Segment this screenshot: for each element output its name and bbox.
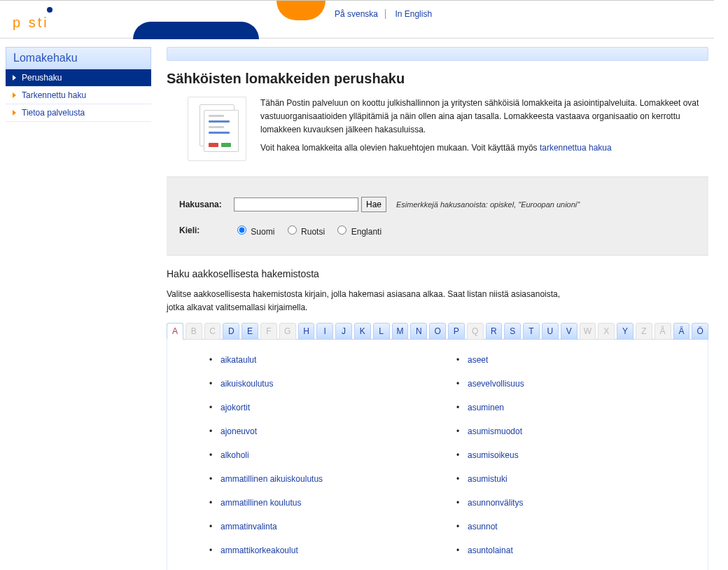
alpha-tab-Ö[interactable]: Ö <box>692 323 708 340</box>
alpha-tab-N[interactable]: N <box>410 323 427 340</box>
list-item: aikataulut <box>209 355 435 365</box>
alpha-tab-J[interactable]: J <box>335 323 352 340</box>
search-button[interactable]: Hae <box>361 197 386 212</box>
alpha-tab-T[interactable]: T <box>523 323 540 340</box>
list-item: ammatinvalinta <box>209 522 435 531</box>
chevron-right-icon <box>13 75 16 81</box>
list-item: aikuiskoulutus <box>209 379 435 389</box>
result-link[interactable]: alkoholi <box>220 450 249 460</box>
list-item: ammatillinen koulutus <box>209 498 435 508</box>
alpha-tab-Ä[interactable]: Ä <box>673 323 690 340</box>
result-link[interactable]: asumisoikeus <box>468 450 519 460</box>
result-link[interactable]: ammatillinen aikuiskoulutus <box>220 474 323 484</box>
alpha-tab-O[interactable]: O <box>429 323 446 340</box>
radio-suomi[interactable] <box>237 225 246 235</box>
language-bar: På svenska In English <box>328 9 439 19</box>
alpha-tab-L[interactable]: L <box>373 323 390 340</box>
kieli-label: Kieli: <box>179 225 234 235</box>
intro-block: Tähän Postin palveluun on koottu julkish… <box>167 97 708 176</box>
radio-englanti[interactable] <box>337 225 346 235</box>
search-input[interactable] <box>234 197 358 211</box>
decor-blue <box>133 22 259 39</box>
lang-sv-link[interactable]: På svenska <box>328 9 386 19</box>
logo[interactable]: p sti <box>13 15 49 31</box>
radio-ruotsi[interactable] <box>288 225 297 235</box>
list-item: ammattikorkeakoulut <box>209 545 435 555</box>
result-link[interactable]: ammattikorkeakoulut <box>220 545 298 555</box>
list-item: ajokortit <box>209 403 435 412</box>
alpha-tab-C: C <box>204 323 221 340</box>
alpha-tab-P[interactable]: P <box>448 323 465 340</box>
result-link[interactable]: ajoneuvot <box>220 426 257 436</box>
alpha-tab-A[interactable]: A <box>167 323 183 340</box>
document-icon <box>188 97 246 161</box>
alpha-tab-H[interactable]: H <box>298 323 315 340</box>
alpha-tab-Q: Q <box>467 323 484 340</box>
alpha-tab-Å: Å <box>654 323 671 340</box>
alpha-tab-U[interactable]: U <box>542 323 559 340</box>
alpha-tab-D[interactable]: D <box>223 323 239 340</box>
chevron-right-icon <box>13 92 16 98</box>
result-link[interactable]: ammatillinen koulutus <box>220 498 301 508</box>
search-panel: Hakusana: Hae Esimerkkejä hakusanoista: … <box>167 176 708 256</box>
sidebar-item-perushaku[interactable]: Perushaku <box>6 69 151 87</box>
list-item: asumistuki <box>456 474 682 484</box>
result-link[interactable]: asunnonvälitys <box>468 498 523 508</box>
intro-p2a: Voit hakea lomakkeita alla olevien hakue… <box>260 143 540 153</box>
result-link[interactable]: asumismuodot <box>468 426 522 436</box>
hakusana-label: Hakusana: <box>179 200 234 209</box>
list-item: asunnot <box>456 522 682 531</box>
logo-text: p sti <box>13 15 49 31</box>
list-item: ammatillinen aikuiskoulutus <box>209 474 435 484</box>
list-item: asumismuodot <box>456 426 682 436</box>
sidebar-item-tietoa[interactable]: Tietoa palvelusta <box>6 104 151 122</box>
alpha-tab-E[interactable]: E <box>241 323 258 340</box>
result-link[interactable]: asuntolainat <box>468 545 513 555</box>
tarkennettu-haku-link[interactable]: tarkennettua hakua <box>540 143 612 153</box>
result-link[interactable]: asunnot <box>468 522 498 531</box>
top-bar: p sti På svenska In English <box>0 0 714 34</box>
alpha-tab-W: W <box>580 323 596 340</box>
main-header-bar <box>167 47 708 61</box>
main-content: Sähköisten lomakkeiden perushaku Tähän P… <box>167 47 708 570</box>
alpha-tab-K[interactable]: K <box>354 323 371 340</box>
result-link[interactable]: ammatinvalinta <box>220 522 277 531</box>
list-item: asevelvollisuus <box>456 379 682 389</box>
language-radios: Suomi Ruotsi Englanti <box>234 223 388 237</box>
lang-en-link[interactable]: In English <box>388 9 439 19</box>
alpha-index-title: Haku aakkosellisesta hakemistosta <box>167 268 708 279</box>
alpha-tab-Y[interactable]: Y <box>617 323 634 340</box>
result-link[interactable]: aseet <box>468 355 488 365</box>
alpha-tab-Z: Z <box>636 323 652 340</box>
list-item: aseet <box>456 355 682 365</box>
result-link[interactable]: aikuiskoulutus <box>220 379 273 389</box>
intro-p1: Tähän Postin palveluun on koottu julkish… <box>260 97 706 137</box>
alpha-results: aikataulutaikuiskoulutusajokortitajoneuv… <box>167 339 708 570</box>
alpha-tab-V[interactable]: V <box>561 323 578 340</box>
alpha-tab-M[interactable]: M <box>392 323 409 340</box>
result-link[interactable]: asevelvollisuus <box>468 379 524 389</box>
list-item: asuminen <box>456 403 682 412</box>
sidebar-item-label: Tietoa palvelusta <box>22 108 85 118</box>
results-col-left: aikataulutaikuiskoulutusajokortitajoneuv… <box>209 355 435 555</box>
decor-orange <box>276 1 326 20</box>
alpha-tab-S[interactable]: S <box>504 323 521 340</box>
sidebar-item-tarkennettu[interactable]: Tarkennettu haku <box>6 87 151 104</box>
sidebar-item-label: Tarkennettu haku <box>22 90 86 100</box>
list-item: ajoneuvot <box>209 426 435 436</box>
results-col-right: aseetasevelvollisuusasuminenasumismuodot… <box>456 355 682 555</box>
alpha-tabs: ABCDEFGHIJKLMNOPQRSTUVWXYZÅÄÖ <box>167 323 708 340</box>
chevron-right-icon <box>13 110 16 116</box>
result-link[interactable]: asuminen <box>468 403 504 412</box>
result-link[interactable]: asumistuki <box>468 474 507 484</box>
sidebar-item-label: Perushaku <box>22 73 62 83</box>
intro-text: Tähän Postin palveluun on koottu julkish… <box>260 97 706 161</box>
list-item: asumisoikeus <box>456 450 682 460</box>
alpha-tab-I[interactable]: I <box>316 323 333 340</box>
result-link[interactable]: aikataulut <box>220 355 256 365</box>
alpha-tab-B: B <box>186 323 202 340</box>
list-item: alkoholi <box>209 450 435 460</box>
alpha-tab-R[interactable]: R <box>486 323 503 340</box>
list-item: asunnonvälitys <box>456 498 682 508</box>
result-link[interactable]: ajokortit <box>220 403 250 412</box>
